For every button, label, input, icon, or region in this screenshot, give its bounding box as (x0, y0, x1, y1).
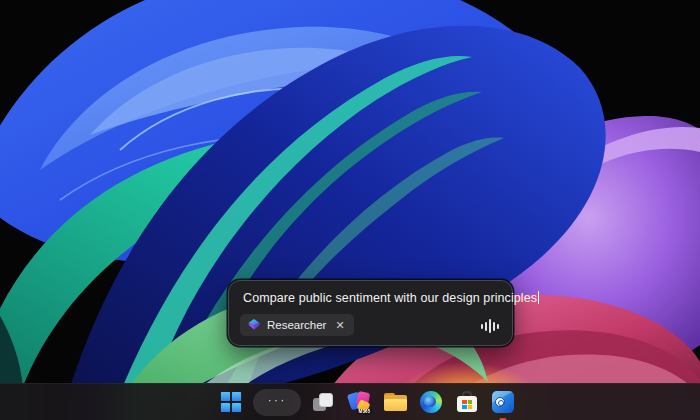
copilot-icon (247, 318, 261, 332)
agent-chip-researcher[interactable]: Researcher ✕ (240, 314, 354, 336)
voice-input-button[interactable] (481, 318, 499, 334)
taskbar: ··· M365 (0, 383, 700, 420)
waveform-icon (481, 324, 483, 329)
m365-badge-text: M365 (357, 409, 371, 414)
windows-logo-icon (220, 391, 242, 413)
agent-chip-label: Researcher (267, 319, 326, 331)
text-caret (538, 291, 539, 304)
file-explorer-button[interactable] (381, 387, 409, 417)
store-bag-icon (457, 391, 477, 413)
edge-icon (420, 391, 442, 413)
copilot-command-box: Compare public sentiment with our design… (228, 280, 513, 346)
microsoft-store-button[interactable] (453, 387, 481, 417)
desktop: Compare public sentiment with our design… (0, 0, 700, 420)
prompt-text: Compare public sentiment with our design… (243, 291, 537, 305)
m365-copilot-button[interactable]: M365 (345, 387, 373, 417)
chip-close-icon[interactable]: ✕ (335, 320, 344, 331)
prompt-input[interactable]: Compare public sentiment with our design… (243, 291, 500, 305)
start-button[interactable] (217, 387, 245, 417)
taskbar-icon-group: ··· M365 (217, 384, 517, 420)
edge-button[interactable] (417, 387, 445, 417)
stacked-windows-icon (312, 391, 334, 413)
outlook-button[interactable] (489, 387, 517, 417)
desktop-wallpaper (0, 0, 700, 420)
m365-copilot-icon: M365 (348, 391, 371, 414)
folder-icon (384, 393, 407, 412)
task-view-button[interactable] (309, 387, 337, 417)
search-pill-button[interactable]: ··· (253, 389, 301, 416)
outlook-icon (492, 391, 514, 413)
